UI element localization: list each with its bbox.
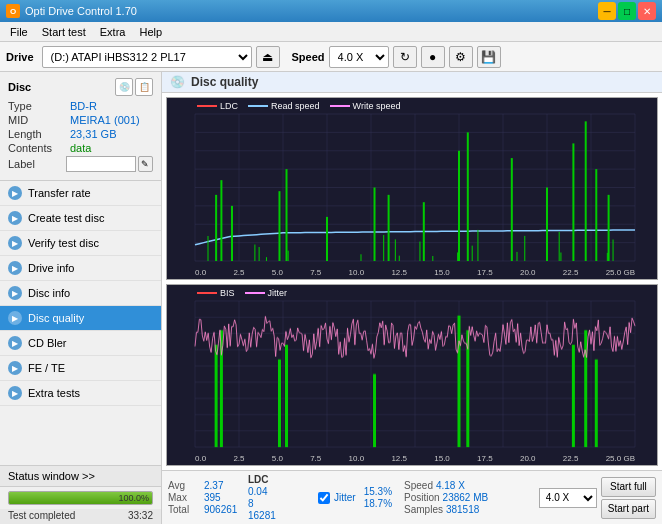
disc-icon-btn2[interactable]: 📋 [135, 78, 153, 96]
toolbar: Drive (D:) ATAPI iHBS312 2 PL17 ⏏ Speed … [0, 42, 662, 72]
progress-percent: 100.0% [118, 493, 149, 503]
chart-ldc: 400350300250200150100500 18X16X14X12X10X… [166, 97, 658, 280]
disc-info-icon: ▶ [8, 286, 22, 300]
disc-label-icon-btn[interactable]: ✎ [138, 156, 153, 172]
close-button[interactable]: ✕ [638, 2, 656, 20]
legend-read-speed: Read speed [271, 101, 320, 111]
position-label: Position [404, 492, 440, 503]
status-text-bar: Test completed 33:32 [0, 509, 161, 524]
disc-label-label: Label [8, 158, 66, 170]
drive-select[interactable]: (D:) ATAPI iHBS312 2 PL17 [42, 46, 252, 68]
minimize-button[interactable]: ─ [598, 2, 616, 20]
status-time: 33:32 [128, 510, 153, 521]
speed-select[interactable]: 4.0 X [329, 46, 389, 68]
sidebar-item-disc-quality[interactable]: ▶ Disc quality [0, 306, 161, 331]
sidebar-item-transfer-rate[interactable]: ▶ Transfer rate [0, 181, 161, 206]
disc-label-input[interactable] [66, 156, 136, 172]
sidebar-item-extra-tests[interactable]: ▶ Extra tests [0, 381, 161, 406]
create-test-disc-label: Create test disc [28, 212, 104, 224]
drive-info-label: Drive info [28, 262, 74, 274]
chart1-canvas [167, 98, 657, 279]
disc-quality-label: Disc quality [28, 312, 84, 324]
fe-te-icon: ▶ [8, 361, 22, 375]
disc-info-panel: Disc 💿 📋 Type BD-R MID MEIRA1 (001) Leng… [0, 72, 161, 181]
samples-value: 381518 [446, 504, 479, 515]
menu-start-test[interactable]: Start test [36, 24, 92, 40]
disc-type-label: Type [8, 100, 70, 112]
charts-area: 400350300250200150100500 18X16X14X12X10X… [162, 93, 662, 470]
stats-avg-label: Avg [168, 480, 200, 491]
status-window-button[interactable]: Status window >> [0, 466, 161, 487]
sidebar-item-create-test-disc[interactable]: ▶ Create test disc [0, 206, 161, 231]
disc-contents-value: data [70, 142, 91, 154]
eject-button[interactable]: ⏏ [256, 46, 280, 68]
drive-info-icon: ▶ [8, 261, 22, 275]
disc-length-label: Length [8, 128, 70, 140]
progress-bar-outer: 100.0% [8, 491, 153, 505]
chart1-legend: LDC Read speed Write speed [197, 101, 400, 111]
stats-total-ldc: 906261 [204, 504, 237, 515]
menu-help[interactable]: Help [133, 24, 168, 40]
chart2-x-axis: 0.02.55.07.510.012.515.017.520.022.525.0… [195, 454, 635, 463]
sidebar-item-fe-te[interactable]: ▶ FE / TE [0, 356, 161, 381]
stats-max-jitter: 18.7% [364, 498, 392, 509]
start-full-button[interactable]: Start full [601, 477, 656, 497]
disc-length-value: 23,31 GB [70, 128, 116, 140]
main-content: 💿 Disc quality 400350300250200150100500 … [162, 72, 662, 524]
chart-bis: 10987654321 20%18%16%14%12%10%8%6%4%2% B… [166, 284, 658, 467]
speed-dropdown[interactable]: 4.0 X [539, 488, 597, 508]
menu-extra[interactable]: Extra [94, 24, 132, 40]
status-completed-text: Test completed [8, 510, 75, 521]
samples-label: Samples [404, 504, 443, 515]
chart2-legend: BIS Jitter [197, 288, 287, 298]
extra-tests-label: Extra tests [28, 387, 80, 399]
stats-max-ldc: 395 [204, 492, 221, 503]
disc-mid-label: MID [8, 114, 70, 126]
progress-bar-inner: 100.0% [9, 492, 152, 504]
extra-tests-icon: ▶ [8, 386, 22, 400]
app-title: Opti Drive Control 1.70 [25, 5, 137, 17]
settings-button[interactable]: ⚙ [449, 46, 473, 68]
jitter-label: Jitter [334, 492, 356, 503]
start-part-button[interactable]: Start part [601, 499, 656, 519]
stats-avg-bis: 0.04 [248, 486, 267, 497]
legend-ldc: LDC [220, 101, 238, 111]
sidebar: Disc 💿 📋 Type BD-R MID MEIRA1 (001) Leng… [0, 72, 162, 524]
speed-stat-label: Speed [404, 480, 433, 491]
sidebar-item-verify-test-disc[interactable]: ▶ Verify test disc [0, 231, 161, 256]
jitter-checkbox[interactable] [318, 492, 330, 504]
legend-jitter: Jitter [268, 288, 288, 298]
disc-section-title: Disc [8, 81, 31, 93]
disc-quality-title: Disc quality [191, 75, 258, 89]
transfer-rate-icon: ▶ [8, 186, 22, 200]
burn-button[interactable]: ● [421, 46, 445, 68]
stats-avg-jitter: 15.3% [364, 486, 392, 497]
sidebar-nav: ▶ Transfer rate ▶ Create test disc ▶ Ver… [0, 181, 161, 465]
save-button[interactable]: 💾 [477, 46, 501, 68]
stats-avg-speed: 4.18 X [436, 480, 465, 491]
chart2-canvas [167, 285, 657, 466]
legend-bis: BIS [220, 288, 235, 298]
transfer-rate-label: Transfer rate [28, 187, 91, 199]
sidebar-item-drive-info[interactable]: ▶ Drive info [0, 256, 161, 281]
disc-info-label: Disc info [28, 287, 70, 299]
menu-file[interactable]: File [4, 24, 34, 40]
ldc-col-header: LDC [248, 474, 269, 485]
main-layout: Disc 💿 📋 Type BD-R MID MEIRA1 (001) Leng… [0, 72, 662, 524]
stats-total-label: Total [168, 504, 200, 515]
drive-label: Drive [6, 51, 34, 63]
refresh-button[interactable]: ↻ [393, 46, 417, 68]
stats-row: Avg 2.37 Max 395 Total 906261 LDC 0.04 [162, 470, 662, 524]
speed-label: Speed [292, 51, 325, 63]
sidebar-item-disc-info[interactable]: ▶ Disc info [0, 281, 161, 306]
sidebar-item-cd-bler[interactable]: ▶ CD Bler [0, 331, 161, 356]
legend-write-speed: Write speed [353, 101, 401, 111]
stats-total-bis: 16281 [248, 510, 276, 521]
disc-quality-icon-header: 💿 [170, 75, 185, 89]
stats-max-bis: 8 [248, 498, 254, 509]
create-test-disc-icon: ▶ [8, 211, 22, 225]
disc-mid-value: MEIRA1 (001) [70, 114, 140, 126]
maximize-button[interactable]: □ [618, 2, 636, 20]
progress-bar-container: 100.0% [0, 487, 161, 509]
disc-icon-btn1[interactable]: 💿 [115, 78, 133, 96]
